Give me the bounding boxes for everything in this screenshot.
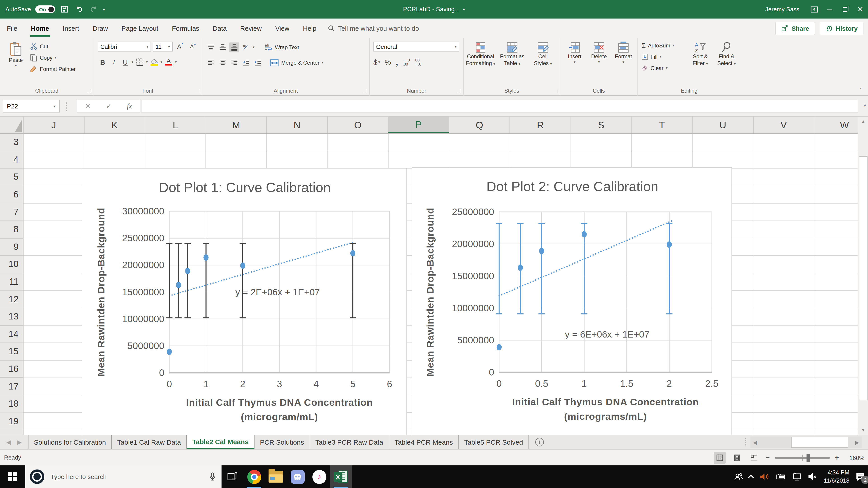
row-header-3[interactable]: 3	[0, 134, 23, 151]
column-header-U[interactable]: U	[692, 117, 753, 134]
close-button[interactable]: ✕	[852, 0, 868, 19]
row-header-14[interactable]: 14	[0, 326, 23, 343]
sheet-tab-table2-cal-means[interactable]: Table2 Cal Means	[187, 435, 254, 449]
ribbon-tab-review[interactable]: Review	[234, 19, 269, 38]
expand-formula-bar-icon[interactable]: ˅	[864, 103, 866, 108]
show-hidden-icons-chevron[interactable]	[749, 475, 754, 479]
align-middle-icon[interactable]	[217, 42, 227, 52]
select-all-corner[interactable]	[0, 117, 24, 134]
scroll-down-icon[interactable]: ▼	[860, 426, 867, 434]
title-dropdown-icon[interactable]: ▾	[463, 7, 465, 11]
clear-button[interactable]: Clear▾	[642, 62, 674, 74]
format-painter-button[interactable]: Format Painter	[30, 63, 76, 74]
redo-icon[interactable]	[88, 4, 98, 14]
font-size-select[interactable]: 11▾	[153, 41, 173, 52]
row-header-10[interactable]: 10	[0, 256, 23, 273]
normal-view-icon[interactable]	[714, 452, 726, 464]
number-format-select[interactable]: General▾	[373, 41, 459, 52]
row-header-4[interactable]: 4	[0, 151, 23, 168]
file-explorer-taskbar-button[interactable]	[265, 465, 287, 488]
insert-function-icon[interactable]: fx	[127, 102, 132, 110]
increase-font-icon[interactable]: A˄	[176, 41, 185, 52]
comma-style-icon[interactable]: ,	[396, 57, 398, 67]
battery-icon[interactable]	[775, 473, 786, 480]
styles-dialog-launcher-icon[interactable]	[553, 89, 557, 93]
decrease-decimal-icon[interactable]: .00→.0	[414, 58, 421, 66]
merge-center-button[interactable]: Merge & Center▾	[270, 57, 323, 68]
ribbon-tab-help[interactable]: Help	[296, 19, 323, 38]
bold-button[interactable]: B	[98, 57, 107, 67]
column-header-O[interactable]: O	[328, 117, 388, 134]
autosum-button[interactable]: Σ AutoSum▾	[642, 40, 674, 51]
cell-styles-button[interactable]: Cell Styles ▾	[528, 38, 558, 67]
row-header-11[interactable]: 11	[0, 273, 23, 291]
font-family-select[interactable]: Calibri▾	[98, 41, 151, 52]
row-header-16[interactable]: 16	[0, 360, 23, 378]
cut-button[interactable]: Cut	[30, 41, 76, 52]
autosave-toggle[interactable]: On	[35, 5, 55, 13]
format-as-table-button[interactable]: Format as Table ▾	[497, 38, 527, 67]
taskbar-search[interactable]: Type here to search	[25, 465, 221, 488]
paste-button[interactable]: Paste ▾	[4, 38, 27, 68]
column-header-P[interactable]: P	[389, 117, 450, 134]
sheet-tab-pcr-solutions[interactable]: PCR Solutions	[254, 435, 310, 449]
row-header-15[interactable]: 15	[0, 343, 23, 360]
microphone-icon[interactable]	[209, 472, 216, 481]
chart-dot-plot-1[interactable]: 0500000010000000150000002000000025000000…	[82, 168, 407, 435]
ribbon-tab-draw[interactable]: Draw	[86, 19, 115, 38]
number-dialog-launcher-icon[interactable]	[457, 89, 461, 93]
align-left-icon[interactable]	[206, 58, 216, 68]
zoom-slider[interactable]	[775, 457, 829, 458]
row-header-6[interactable]: 6	[0, 186, 23, 203]
orientation-icon[interactable]: ab	[241, 42, 251, 52]
ribbon-tab-formulas[interactable]: Formulas	[165, 19, 206, 38]
qat-dropdown-icon[interactable]: ▾	[103, 7, 105, 11]
row-header-7[interactable]: 7	[0, 203, 23, 221]
restore-button[interactable]	[837, 0, 852, 19]
zoom-in-icon[interactable]: +	[835, 454, 839, 462]
row-header-8[interactable]: 8	[0, 221, 23, 238]
cancel-icon[interactable]: ✕	[85, 102, 91, 110]
insert-cells-button[interactable]: Insert▾	[563, 38, 586, 65]
column-header-K[interactable]: K	[84, 117, 145, 134]
taskbar-clock[interactable]: 4:34 PM 11/6/2018	[824, 469, 849, 485]
history-button[interactable]: History	[819, 22, 864, 35]
horizontal-scroll-thumb[interactable]	[791, 437, 848, 448]
font-color-icon[interactable]: A	[164, 57, 174, 67]
scroll-right-icon[interactable]: ▶	[852, 436, 862, 448]
page-layout-view-icon[interactable]	[731, 452, 743, 464]
task-view-button[interactable]	[221, 465, 243, 488]
underline-button[interactable]: U	[120, 57, 130, 67]
fill-button[interactable]: Fill▾	[642, 51, 674, 62]
share-button[interactable]: Share	[775, 22, 815, 35]
minimize-button[interactable]	[822, 0, 837, 19]
chart-dot-plot-2[interactable]: 0500000010000000150000002000000025000000…	[412, 167, 732, 435]
name-box[interactable]: P22▾	[3, 100, 60, 112]
increase-decimal-icon[interactable]: ←.0.00	[403, 58, 410, 66]
zoom-level[interactable]: 160%	[844, 454, 864, 461]
page-break-preview-icon[interactable]	[748, 452, 760, 464]
column-header-N[interactable]: N	[267, 117, 328, 134]
column-header-R[interactable]: R	[510, 117, 571, 134]
align-top-icon[interactable]	[206, 42, 216, 52]
borders-icon[interactable]	[135, 57, 145, 67]
vertical-scroll-thumb[interactable]	[859, 156, 868, 400]
ribbon-tab-file[interactable]: File	[0, 19, 24, 38]
row-header-13[interactable]: 13	[0, 308, 23, 326]
font-dialog-launcher-icon[interactable]	[195, 89, 199, 93]
row-header-18[interactable]: 18	[0, 395, 23, 413]
ribbon-tab-page-layout[interactable]: Page Layout	[115, 19, 165, 38]
alignment-dialog-launcher-icon[interactable]	[363, 89, 367, 93]
tabbar-splitter[interactable]	[745, 438, 746, 447]
action-center-icon[interactable]: 2	[855, 472, 865, 481]
percent-style-icon[interactable]: %	[385, 58, 391, 66]
sheet-nav-left-icon[interactable]: ◀	[6, 439, 11, 446]
align-bottom-icon[interactable]	[229, 42, 239, 52]
enter-icon[interactable]: ✓	[106, 102, 112, 110]
copy-button[interactable]: Copy▾	[30, 52, 76, 63]
chrome-taskbar-button[interactable]	[243, 465, 265, 488]
formula-input[interactable]	[141, 100, 858, 112]
save-icon[interactable]	[59, 4, 69, 14]
ribbon-tab-insert[interactable]: Insert	[56, 19, 86, 38]
ribbon-tab-home[interactable]: Home	[24, 19, 56, 38]
